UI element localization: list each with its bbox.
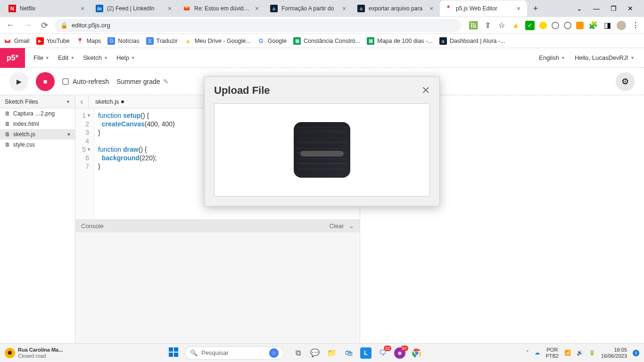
minimize-icon[interactable]: —	[592, 4, 601, 13]
close-icon[interactable]: ×	[79, 5, 86, 12]
taskbar-widget[interactable]: ⬢ Rua Carolina Ma... Closed road	[5, 347, 71, 358]
tab-alura-formacao[interactable]: a Formação A partir do ×	[265, 0, 353, 16]
bookmark-mapa100[interactable]: ▦Mapa de 100 dias -...	[367, 37, 432, 45]
notification-badge[interactable]: 5	[633, 350, 639, 356]
chevron-down-icon[interactable]: ▾	[67, 131, 70, 138]
back-button[interactable]: ←	[4, 19, 17, 32]
close-window-icon[interactable]: ✕	[626, 4, 635, 13]
explorer-icon[interactable]: 📁	[326, 347, 338, 359]
bookmark-constancia[interactable]: ▦Constância Constró...	[293, 37, 360, 45]
collapse-sidebar-button[interactable]: ‹	[75, 95, 89, 108]
wifi-icon[interactable]: 📶	[564, 350, 571, 356]
ext-drive-icon[interactable]: ▲	[511, 21, 520, 30]
close-icon[interactable]: ×	[340, 5, 348, 12]
start-button[interactable]	[169, 347, 180, 359]
app-purple-icon[interactable]: ☻9+	[394, 347, 405, 359]
ext-circle-icon[interactable]	[552, 22, 559, 29]
bookmark-traduzir[interactable]: 文Traduzir	[146, 37, 178, 45]
app-l-icon[interactable]: L	[360, 347, 372, 359]
tab-title: (2) Feed | LinkedIn	[107, 5, 162, 12]
p5-logo[interactable]: p5*	[0, 48, 25, 68]
store-icon[interactable]: 🛍	[343, 347, 355, 359]
checkbox-icon[interactable]	[62, 78, 69, 85]
close-button[interactable]: ✕	[421, 84, 430, 97]
extensions-icon[interactable]: 🧩	[588, 21, 598, 30]
discord-icon[interactable]: 🗨22	[377, 347, 388, 359]
bookmark-maps[interactable]: 📍Maps	[76, 37, 101, 45]
user-greeting[interactable]: Hello, LucasDevRJ!▼	[575, 54, 635, 61]
chevron-down-icon[interactable]: ▼	[66, 99, 70, 104]
maximize-icon[interactable]: ❐	[609, 4, 618, 13]
bookmark-drive[interactable]: ▲Meu Drive - Google...	[184, 37, 251, 45]
bookmark-label: Mapa de 100 dias -...	[377, 38, 432, 44]
bookmark-google[interactable]: GGoogle	[257, 37, 287, 45]
close-icon[interactable]: ×	[515, 5, 522, 12]
close-icon[interactable]: ×	[166, 5, 173, 12]
close-icon[interactable]: ×	[428, 5, 435, 12]
taskbar-search[interactable]: 🔍 Pesquisar	[185, 346, 284, 360]
bookmark-star-icon[interactable]: ☆	[497, 21, 506, 30]
reload-button[interactable]: ⟳	[38, 19, 51, 32]
tray-chevron-icon[interactable]: ˄	[526, 350, 529, 356]
favicon-alura: a	[357, 5, 365, 12]
task-view-icon[interactable]: ⧉	[292, 347, 304, 359]
ext-yellow-icon[interactable]	[539, 22, 547, 29]
forward-button[interactable]: →	[21, 19, 34, 32]
pencil-icon[interactable]: ✎	[163, 78, 169, 85]
ext-orange-icon[interactable]	[576, 22, 584, 29]
bookmark-alura[interactable]: aDashboard | Alura -...	[439, 37, 505, 45]
tab-p5js[interactable]: * p5.js Web Editor ×	[440, 0, 527, 16]
close-icon[interactable]: ×	[253, 5, 261, 12]
bookmark-youtube[interactable]: ▶YouTube	[36, 37, 70, 45]
ext-circle2-icon[interactable]	[564, 22, 571, 29]
chat-icon[interactable]: 💬	[309, 347, 321, 359]
widget-title: Rua Carolina Ma...	[18, 347, 63, 353]
side-panel-icon[interactable]: ◨	[603, 21, 612, 30]
menu-file[interactable]: File▼	[33, 54, 50, 61]
bookmark-noticias[interactable]: GNotícias	[107, 37, 139, 45]
chrome-icon[interactable]	[411, 347, 422, 359]
console-body[interactable]	[75, 232, 360, 343]
address-bar[interactable]: 🔒 editor.p5js.org	[55, 19, 461, 32]
active-file-tab[interactable]: sketch.js	[89, 98, 131, 105]
menu-sketch[interactable]: Sketch▼	[83, 54, 108, 61]
upload-dropzone[interactable]	[214, 103, 430, 197]
share-icon[interactable]: ⇪	[483, 21, 492, 30]
chevron-down-icon[interactable]: ⌄	[349, 222, 354, 230]
file-item-sketch[interactable]: 🗎sketch.js▾	[0, 129, 75, 140]
tab-linkedin[interactable]: in (2) Feed | LinkedIn ×	[91, 0, 178, 16]
file-item-style[interactable]: 🗎style.css	[0, 140, 75, 150]
stop-button[interactable]: ■	[36, 72, 55, 91]
profile-avatar-icon[interactable]	[617, 21, 626, 30]
menu-label: Edit	[58, 54, 68, 61]
kebab-menu-icon[interactable]: ⋮	[631, 21, 640, 30]
chevron-down-icon[interactable]: ⌄	[575, 4, 584, 13]
play-button[interactable]: ▶	[9, 72, 28, 91]
volume-icon[interactable]: 🔊	[577, 350, 583, 356]
bookmark-gmail[interactable]: Gmail	[4, 37, 30, 45]
language-selector[interactable]: English▼	[539, 54, 565, 61]
file-sidebar: Sketch Files ▼ 🗎Captura …2.png 🗎index.ht…	[0, 95, 75, 343]
translate-icon[interactable]: 🈯	[469, 21, 478, 30]
clock[interactable]: 18:05 16/06/2023	[601, 347, 627, 358]
console-clear-button[interactable]: Clear	[329, 222, 344, 230]
language-indicator[interactable]: POR PTB2	[545, 347, 559, 358]
sketch-name[interactable]: Summer grade ✎	[116, 78, 169, 85]
settings-button[interactable]: ⚙	[616, 72, 635, 91]
tab-gmail[interactable]: Re: Estou em dúvida - ×	[178, 0, 265, 16]
menu-help[interactable]: Help▼	[116, 54, 135, 61]
new-tab-button[interactable]: +	[529, 2, 542, 15]
battery-icon[interactable]: 🔋	[589, 350, 595, 356]
auto-refresh-toggle[interactable]: Auto-refresh	[62, 78, 109, 85]
ext-check-icon[interactable]: ✓	[525, 21, 535, 30]
onedrive-icon[interactable]: ☁	[535, 350, 540, 356]
tab-alura-exportar[interactable]: a exportar arquivo para ×	[353, 0, 440, 16]
svg-point-1	[415, 351, 418, 354]
menu-edit[interactable]: Edit▼	[58, 54, 74, 61]
file-item-captura[interactable]: 🗎Captura …2.png	[0, 108, 75, 119]
code-content[interactable]: function setup() { createCanvas(400, 400…	[94, 108, 179, 219]
sidebar-header[interactable]: Sketch Files ▼	[0, 95, 75, 108]
tab-netflix[interactable]: N Netflix ×	[4, 0, 91, 16]
chevron-down-icon: ▼	[70, 56, 74, 60]
file-item-index[interactable]: 🗎index.html	[0, 119, 75, 129]
